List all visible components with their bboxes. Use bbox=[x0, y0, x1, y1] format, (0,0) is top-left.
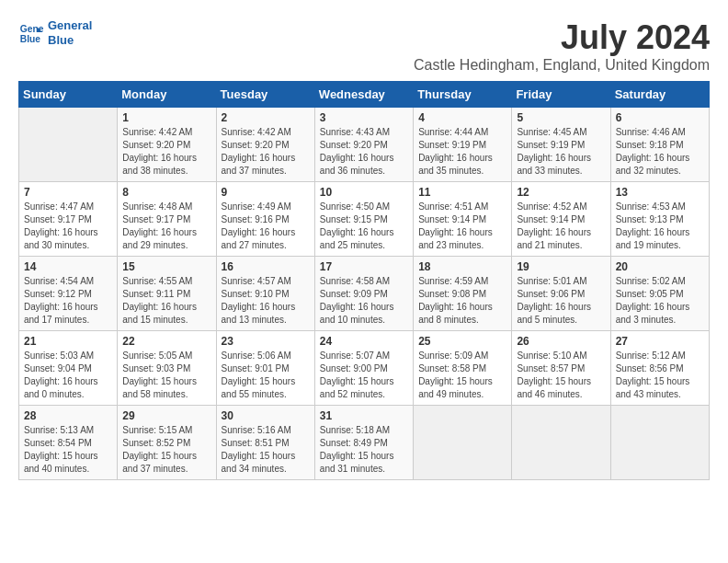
day-number: 5 bbox=[517, 111, 605, 124]
column-header-wednesday: Wednesday bbox=[314, 82, 413, 108]
calendar-cell: 11Sunrise: 4:51 AM Sunset: 9:14 PM Dayli… bbox=[414, 182, 512, 257]
calendar-cell bbox=[610, 406, 709, 480]
day-number: 29 bbox=[122, 409, 210, 422]
day-info: Sunrise: 4:42 AM Sunset: 9:20 PM Dayligh… bbox=[122, 126, 210, 178]
calendar-cell: 1Sunrise: 4:42 AM Sunset: 9:20 PM Daylig… bbox=[118, 108, 216, 182]
day-info: Sunrise: 4:52 AM Sunset: 9:14 PM Dayligh… bbox=[517, 201, 605, 252]
calendar-cell: 25Sunrise: 5:09 AM Sunset: 8:58 PM Dayli… bbox=[414, 331, 512, 406]
day-info: Sunrise: 5:05 AM Sunset: 9:03 PM Dayligh… bbox=[122, 350, 210, 401]
calendar-cell: 23Sunrise: 5:06 AM Sunset: 9:01 PM Dayli… bbox=[216, 331, 314, 406]
calendar-cell: 5Sunrise: 4:45 AM Sunset: 9:19 PM Daylig… bbox=[512, 108, 610, 182]
calendar-table: SundayMondayTuesdayWednesdayThursdayFrid… bbox=[18, 81, 710, 480]
week-row-5: 28Sunrise: 5:13 AM Sunset: 8:54 PM Dayli… bbox=[19, 406, 710, 480]
logo-text-line1: General bbox=[48, 18, 92, 33]
day-number: 31 bbox=[320, 409, 408, 422]
day-info: Sunrise: 4:57 AM Sunset: 9:10 PM Dayligh… bbox=[222, 275, 310, 327]
day-info: Sunrise: 5:06 AM Sunset: 9:01 PM Dayligh… bbox=[222, 350, 310, 401]
calendar-cell: 20Sunrise: 5:02 AM Sunset: 9:05 PM Dayli… bbox=[610, 257, 709, 331]
calendar-cell: 27Sunrise: 5:12 AM Sunset: 8:56 PM Dayli… bbox=[610, 331, 709, 406]
day-info: Sunrise: 5:02 AM Sunset: 9:05 PM Dayligh… bbox=[616, 275, 704, 327]
day-number: 28 bbox=[24, 409, 112, 422]
day-info: Sunrise: 4:42 AM Sunset: 9:20 PM Dayligh… bbox=[222, 126, 310, 178]
column-header-saturday: Saturday bbox=[610, 82, 709, 108]
day-info: Sunrise: 5:18 AM Sunset: 8:49 PM Dayligh… bbox=[320, 424, 408, 476]
day-number: 11 bbox=[418, 186, 506, 199]
day-info: Sunrise: 5:03 AM Sunset: 9:04 PM Dayligh… bbox=[24, 350, 112, 401]
day-info: Sunrise: 4:53 AM Sunset: 9:13 PM Dayligh… bbox=[616, 201, 704, 252]
day-number: 3 bbox=[320, 111, 408, 124]
week-row-2: 7Sunrise: 4:47 AM Sunset: 9:17 PM Daylig… bbox=[19, 182, 710, 257]
day-info: Sunrise: 4:44 AM Sunset: 9:19 PM Dayligh… bbox=[418, 126, 506, 178]
calendar-cell: 21Sunrise: 5:03 AM Sunset: 9:04 PM Dayli… bbox=[19, 331, 118, 406]
day-number: 23 bbox=[222, 335, 310, 348]
day-number: 13 bbox=[616, 186, 704, 199]
calendar-cell: 22Sunrise: 5:05 AM Sunset: 9:03 PM Dayli… bbox=[118, 331, 216, 406]
calendar-cell: 17Sunrise: 4:58 AM Sunset: 9:09 PM Dayli… bbox=[314, 257, 413, 331]
column-header-monday: Monday bbox=[118, 82, 216, 108]
week-row-4: 21Sunrise: 5:03 AM Sunset: 9:04 PM Dayli… bbox=[19, 331, 710, 406]
day-info: Sunrise: 4:59 AM Sunset: 9:08 PM Dayligh… bbox=[418, 275, 506, 327]
logo-text-line2: Blue bbox=[48, 33, 92, 48]
column-header-thursday: Thursday bbox=[414, 82, 512, 108]
column-header-sunday: Sunday bbox=[19, 82, 118, 108]
calendar-cell: 3Sunrise: 4:43 AM Sunset: 9:20 PM Daylig… bbox=[314, 108, 413, 182]
calendar-cell: 29Sunrise: 5:15 AM Sunset: 8:52 PM Dayli… bbox=[118, 406, 216, 480]
day-info: Sunrise: 4:50 AM Sunset: 9:15 PM Dayligh… bbox=[320, 201, 408, 252]
day-number: 26 bbox=[517, 335, 605, 348]
day-number: 2 bbox=[222, 111, 310, 124]
day-info: Sunrise: 4:47 AM Sunset: 9:17 PM Dayligh… bbox=[24, 201, 112, 252]
calendar-cell: 7Sunrise: 4:47 AM Sunset: 9:17 PM Daylig… bbox=[19, 182, 118, 257]
day-info: Sunrise: 5:07 AM Sunset: 9:00 PM Dayligh… bbox=[320, 350, 408, 401]
calendar-title: July 2024 bbox=[414, 18, 710, 57]
calendar-header: General Blue General Blue July 2024 Cast… bbox=[18, 18, 710, 74]
day-number: 15 bbox=[122, 260, 210, 273]
day-number: 20 bbox=[616, 260, 704, 273]
calendar-cell: 31Sunrise: 5:18 AM Sunset: 8:49 PM Dayli… bbox=[314, 406, 413, 480]
day-number: 14 bbox=[24, 260, 112, 273]
day-number: 18 bbox=[418, 260, 506, 273]
day-info: Sunrise: 5:12 AM Sunset: 8:56 PM Dayligh… bbox=[616, 350, 704, 401]
day-number: 9 bbox=[222, 186, 310, 199]
column-header-friday: Friday bbox=[512, 82, 610, 108]
day-info: Sunrise: 5:16 AM Sunset: 8:51 PM Dayligh… bbox=[222, 424, 310, 476]
calendar-cell: 6Sunrise: 4:46 AM Sunset: 9:18 PM Daylig… bbox=[610, 108, 709, 182]
day-info: Sunrise: 5:09 AM Sunset: 8:58 PM Dayligh… bbox=[418, 350, 506, 401]
day-number: 4 bbox=[418, 111, 506, 124]
calendar-cell bbox=[512, 406, 610, 480]
day-number: 8 bbox=[122, 186, 210, 199]
day-number: 22 bbox=[122, 335, 210, 348]
calendar-cell: 10Sunrise: 4:50 AM Sunset: 9:15 PM Dayli… bbox=[314, 182, 413, 257]
day-info: Sunrise: 4:58 AM Sunset: 9:09 PM Dayligh… bbox=[320, 275, 408, 327]
calendar-cell bbox=[414, 406, 512, 480]
day-info: Sunrise: 4:54 AM Sunset: 9:12 PM Dayligh… bbox=[24, 275, 112, 327]
svg-text:General: General bbox=[20, 24, 44, 34]
calendar-cell bbox=[19, 108, 118, 182]
day-number: 21 bbox=[24, 335, 112, 348]
calendar-cell: 30Sunrise: 5:16 AM Sunset: 8:51 PM Dayli… bbox=[216, 406, 314, 480]
calendar-cell: 28Sunrise: 5:13 AM Sunset: 8:54 PM Dayli… bbox=[19, 406, 118, 480]
calendar-cell: 12Sunrise: 4:52 AM Sunset: 9:14 PM Dayli… bbox=[512, 182, 610, 257]
day-number: 19 bbox=[517, 260, 605, 273]
day-number: 16 bbox=[222, 260, 310, 273]
calendar-cell: 18Sunrise: 4:59 AM Sunset: 9:08 PM Dayli… bbox=[414, 257, 512, 331]
calendar-cell: 16Sunrise: 4:57 AM Sunset: 9:10 PM Dayli… bbox=[216, 257, 314, 331]
title-block: July 2024 Castle Hedingham, England, Uni… bbox=[414, 18, 710, 74]
header-row: SundayMondayTuesdayWednesdayThursdayFrid… bbox=[19, 82, 710, 108]
calendar-cell: 24Sunrise: 5:07 AM Sunset: 9:00 PM Dayli… bbox=[314, 331, 413, 406]
day-number: 6 bbox=[616, 111, 704, 124]
calendar-thead: SundayMondayTuesdayWednesdayThursdayFrid… bbox=[19, 82, 710, 108]
day-info: Sunrise: 4:46 AM Sunset: 9:18 PM Dayligh… bbox=[616, 126, 704, 178]
calendar-cell: 26Sunrise: 5:10 AM Sunset: 8:57 PM Dayli… bbox=[512, 331, 610, 406]
calendar-subtitle: Castle Hedingham, England, United Kingdo… bbox=[414, 57, 710, 74]
calendar-cell: 15Sunrise: 4:55 AM Sunset: 9:11 PM Dayli… bbox=[118, 257, 216, 331]
day-number: 24 bbox=[320, 335, 408, 348]
week-row-1: 1Sunrise: 4:42 AM Sunset: 9:20 PM Daylig… bbox=[19, 108, 710, 182]
logo-icon: General Blue bbox=[18, 20, 44, 46]
calendar-cell: 4Sunrise: 4:44 AM Sunset: 9:19 PM Daylig… bbox=[414, 108, 512, 182]
day-number: 25 bbox=[418, 335, 506, 348]
day-number: 30 bbox=[222, 409, 310, 422]
day-info: Sunrise: 5:15 AM Sunset: 8:52 PM Dayligh… bbox=[122, 424, 210, 476]
day-number: 27 bbox=[616, 335, 704, 348]
calendar-cell: 9Sunrise: 4:49 AM Sunset: 9:16 PM Daylig… bbox=[216, 182, 314, 257]
calendar-cell: 8Sunrise: 4:48 AM Sunset: 9:17 PM Daylig… bbox=[118, 182, 216, 257]
